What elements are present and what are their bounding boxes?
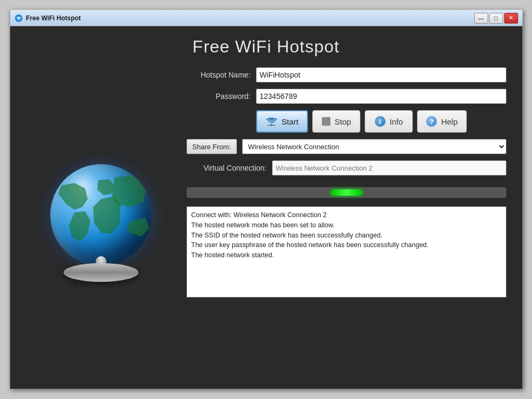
log-line: The hosted network started. [191,250,502,260]
info-label: Info [390,117,403,126]
globe-stand [64,263,138,282]
start-button[interactable]: Start [256,110,309,133]
window-title: Free WiFi Hotspot [26,14,81,22]
help-button[interactable]: ? Help [417,110,467,133]
main-window: Free WiFi Hotspot — □ ✕ Free WiFi Hotspo… [10,10,523,389]
log-section: Connect with: Wireless Network Connectio… [187,206,506,297]
main-content: Hotspot Name: Password: [26,67,506,378]
stop-icon [322,117,330,126]
log-line: Connect with: Wireless Network Connectio… [191,210,502,220]
app-icon [14,14,23,22]
status-indicator [330,189,363,196]
password-label: Password: [187,92,251,101]
virtual-connection-row: Virtual Connection: [187,160,506,175]
minimize-button[interactable]: — [474,13,488,24]
share-from-row: Share From: Wireless Network Connection … [187,139,506,154]
info-icon: i [375,116,385,127]
app-title: Free WiFi Hotspot [192,37,340,57]
virtual-connection-label: Virtual Connection: [187,164,267,172]
title-bar-buttons: — □ ✕ [474,13,518,24]
close-button[interactable]: ✕ [504,13,518,24]
log-line: The SSID of the hosted network has been … [191,231,502,241]
virtual-connection-input [272,160,506,175]
hotspot-name-input[interactable] [256,67,506,82]
help-icon: ? [426,116,437,127]
stop-button[interactable]: Stop [312,110,360,133]
window-body: Free WiFi Hotspot [10,26,522,389]
log-line: The user key passphrase of the hosted ne… [191,240,502,250]
wifi-icon [266,117,277,126]
svg-point-1 [18,19,19,20]
maximize-button[interactable]: □ [489,13,503,24]
password-row: Password: [187,89,506,104]
buttons-row: Start Stop i Info ? Help [256,110,506,133]
share-from-select[interactable]: Wireless Network Connection Local Area C… [242,139,506,154]
log-line: The hosted network mode has been set to … [191,220,502,231]
log-box[interactable]: Connect with: Wireless Network Connectio… [187,206,506,297]
hotspot-name-row: Hotspot Name: [187,67,506,82]
password-input[interactable] [256,89,506,104]
share-from-button[interactable]: Share From: [187,139,237,154]
title-bar-left: Free WiFi Hotspot [14,14,81,22]
globe-graphic [42,164,160,282]
help-label: Help [441,117,458,126]
info-button[interactable]: i Info [365,110,413,133]
globe-section [26,67,176,378]
hotspot-name-label: Hotspot Name: [187,71,251,79]
status-bar [187,187,506,198]
title-bar: Free WiFi Hotspot — □ ✕ [10,10,522,26]
form-section: Hotspot Name: Password: [187,67,506,378]
globe-continents-svg [50,164,152,266]
start-label: Start [282,117,299,126]
stop-label: Stop [335,117,351,126]
